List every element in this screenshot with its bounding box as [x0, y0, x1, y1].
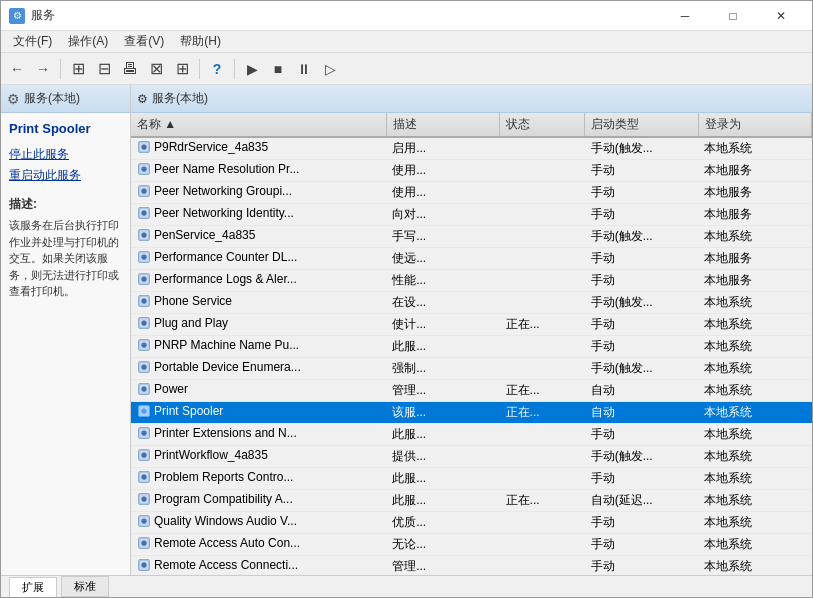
- cell-startup: 手动(触发...: [585, 358, 698, 380]
- back-button[interactable]: ←: [5, 57, 29, 81]
- menu-help[interactable]: 帮助(H): [172, 31, 229, 52]
- table-row[interactable]: Peer Name Resolution Pr... 使用... 手动 本地服务: [131, 160, 812, 182]
- right-panel-header: ⚙ 服务(本地): [131, 85, 812, 113]
- view-btn-4[interactable]: ⊠: [144, 57, 168, 81]
- right-panel: ⚙ 服务(本地) 名称 ▲ 描述 状态 启动类型 登录为: [131, 85, 812, 575]
- table-row[interactable]: Phone Service 在设... 手动(触发... 本地系统: [131, 292, 812, 314]
- toolbar-separator-2: [199, 59, 200, 79]
- table-row[interactable]: Performance Logs & Aler... 性能... 手动 本地服务: [131, 270, 812, 292]
- cell-desc: 该服...: [386, 402, 499, 424]
- table-row[interactable]: Program Compatibility A... 此服... 正在... 自…: [131, 490, 812, 512]
- table-row[interactable]: Performance Counter DL... 使远... 手动 本地服务: [131, 248, 812, 270]
- cell-name: Printer Extensions and N...: [131, 424, 386, 446]
- svg-point-25: [141, 408, 146, 413]
- cell-name: Performance Logs & Aler...: [131, 270, 386, 292]
- cell-status: [500, 226, 585, 248]
- status-bar: 扩展 标准: [1, 575, 812, 597]
- table-container[interactable]: 名称 ▲ 描述 状态 启动类型 登录为 P9RdrService_4a835: [131, 113, 812, 575]
- table-row[interactable]: Print Spooler 该服... 正在... 自动 本地系统: [131, 402, 812, 424]
- cell-status: [500, 160, 585, 182]
- tab-standard[interactable]: 标准: [61, 576, 109, 597]
- table-row[interactable]: Quality Windows Audio V... 优质... 手动 本地系统: [131, 512, 812, 534]
- cell-status: [500, 204, 585, 226]
- cell-name: P9RdrService_4a835: [131, 137, 386, 160]
- table-row[interactable]: Plug and Play 使计... 正在... 手动 本地系统: [131, 314, 812, 336]
- forward-button[interactable]: →: [31, 57, 55, 81]
- table-row[interactable]: Peer Networking Identity... 向对... 手动 本地服…: [131, 204, 812, 226]
- window-title: 服务: [31, 7, 55, 24]
- main-window: ⚙ 服务 ─ □ ✕ 文件(F) 操作(A) 查看(V) 帮助(H) ← → ⊞…: [0, 0, 813, 598]
- title-left: ⚙ 服务: [9, 7, 55, 24]
- cell-startup: 手动: [585, 512, 698, 534]
- cell-login: 本地系统: [698, 402, 811, 424]
- play2-button[interactable]: ▷: [318, 57, 342, 81]
- svg-point-23: [141, 386, 146, 391]
- menu-file[interactable]: 文件(F): [5, 31, 60, 52]
- table-row[interactable]: Portable Device Enumera... 强制... 手动(触发..…: [131, 358, 812, 380]
- left-panel-title: 服务(本地): [24, 90, 80, 107]
- cell-desc: 强制...: [386, 358, 499, 380]
- cell-name: Program Compatibility A...: [131, 490, 386, 512]
- stop-service-link[interactable]: 停止此服务: [9, 146, 122, 163]
- svg-point-35: [141, 518, 146, 523]
- pause-button[interactable]: ⏸: [292, 57, 316, 81]
- table-row[interactable]: Printer Extensions and N... 此服... 手动 本地系…: [131, 424, 812, 446]
- svg-point-33: [141, 496, 146, 501]
- play-button[interactable]: ▶: [240, 57, 264, 81]
- cell-desc: 使远...: [386, 248, 499, 270]
- cell-login: 本地系统: [698, 512, 811, 534]
- close-button[interactable]: ✕: [758, 2, 804, 30]
- cell-desc: 管理...: [386, 380, 499, 402]
- minimize-button[interactable]: ─: [662, 2, 708, 30]
- cell-desc: 启用...: [386, 137, 499, 160]
- selected-service-title: Print Spooler: [9, 121, 122, 136]
- table-row[interactable]: Problem Reports Contro... 此服... 手动 本地系统: [131, 468, 812, 490]
- table-row[interactable]: P9RdrService_4a835 启用... 手动(触发... 本地系统: [131, 137, 812, 160]
- stop-button[interactable]: ■: [266, 57, 290, 81]
- table-row[interactable]: PrintWorkflow_4a835 提供... 手动(触发... 本地系统: [131, 446, 812, 468]
- table-row[interactable]: PenService_4a835 手写... 手动(触发... 本地系统: [131, 226, 812, 248]
- cell-name: Problem Reports Contro...: [131, 468, 386, 490]
- table-row[interactable]: PNRP Machine Name Pu... 此服... 手动 本地系统: [131, 336, 812, 358]
- left-panel-header: ⚙ 服务(本地): [1, 85, 130, 113]
- cell-startup: 手动(触发...: [585, 226, 698, 248]
- cell-login: 本地系统: [698, 490, 811, 512]
- cell-startup: 手动: [585, 424, 698, 446]
- cell-status: [500, 336, 585, 358]
- menu-view[interactable]: 查看(V): [116, 31, 172, 52]
- svg-point-17: [141, 320, 146, 325]
- table-row[interactable]: Remote Access Connecti... 管理... 手动 本地系统: [131, 556, 812, 576]
- table-row[interactable]: Power 管理... 正在... 自动 本地系统: [131, 380, 812, 402]
- menu-action[interactable]: 操作(A): [60, 31, 116, 52]
- table-row[interactable]: Peer Networking Groupi... 使用... 手动 本地服务: [131, 182, 812, 204]
- tab-expand[interactable]: 扩展: [9, 577, 57, 597]
- toolbar-separator-1: [60, 59, 61, 79]
- content-area: ⚙ 服务(本地) Print Spooler 停止此服务 重启动此服务 描述: …: [1, 85, 812, 575]
- toolbar: ← → ⊞ ⊟ 🖶 ⊠ ⊞ ? ▶ ■ ⏸ ▷: [1, 53, 812, 85]
- col-header-status[interactable]: 状态: [500, 113, 585, 137]
- cell-login: 本地服务: [698, 182, 811, 204]
- window-controls: ─ □ ✕: [662, 2, 804, 30]
- desc-content: 该服务在后台执行打印作业并处理与打印机的交互。如果关闭该服务，则无法进行打印或查…: [9, 217, 122, 300]
- view-btn-5[interactable]: ⊞: [170, 57, 194, 81]
- cell-login: 本地系统: [698, 446, 811, 468]
- cell-startup: 手动: [585, 468, 698, 490]
- view-btn-3[interactable]: 🖶: [118, 57, 142, 81]
- maximize-button[interactable]: □: [710, 2, 756, 30]
- col-header-startup[interactable]: 启动类型: [585, 113, 698, 137]
- col-header-name[interactable]: 名称 ▲: [131, 113, 386, 137]
- col-header-desc[interactable]: 描述: [386, 113, 499, 137]
- col-header-login[interactable]: 登录为: [698, 113, 811, 137]
- svg-point-11: [141, 254, 146, 259]
- table-row[interactable]: Remote Access Auto Con... 无论... 手动 本地系统: [131, 534, 812, 556]
- cell-status: [500, 512, 585, 534]
- restart-service-link[interactable]: 重启动此服务: [9, 167, 122, 184]
- view-btn-2[interactable]: ⊟: [92, 57, 116, 81]
- help-button[interactable]: ?: [205, 57, 229, 81]
- svg-point-29: [141, 452, 146, 457]
- cell-login: 本地系统: [698, 380, 811, 402]
- cell-name: Power: [131, 380, 386, 402]
- table-header: 名称 ▲ 描述 状态 启动类型 登录为: [131, 113, 812, 137]
- cell-desc: 在设...: [386, 292, 499, 314]
- view-btn-1[interactable]: ⊞: [66, 57, 90, 81]
